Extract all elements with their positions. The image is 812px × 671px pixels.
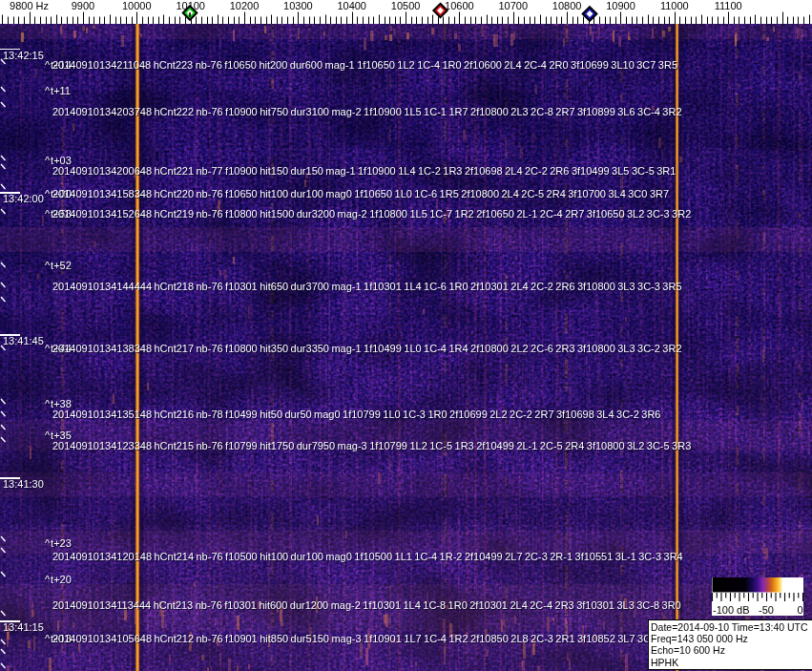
svg-text:-100 dB: -100 dB bbox=[713, 604, 750, 616]
svg-text:-50: -50 bbox=[759, 604, 774, 616]
svg-text:0: 0 bbox=[797, 604, 802, 616]
